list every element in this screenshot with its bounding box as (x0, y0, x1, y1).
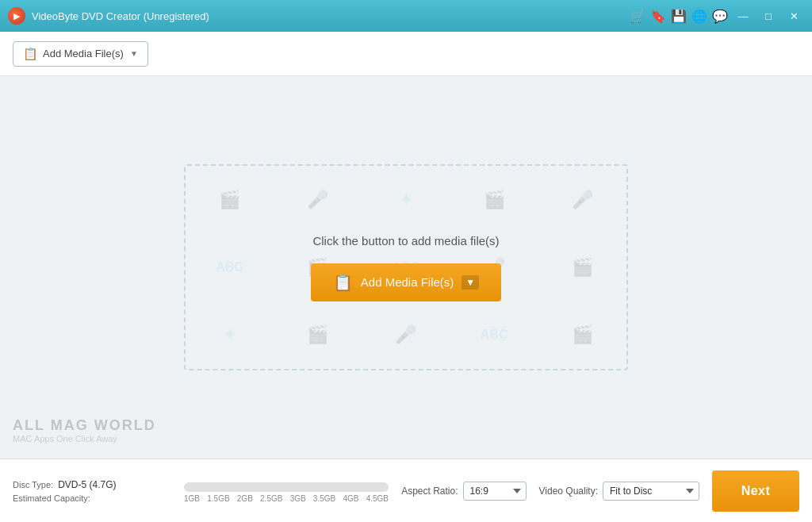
estimated-capacity-row: Estimated Capacity: (13, 493, 171, 503)
bg-icon-11: ✦ (186, 301, 274, 369)
add-media-toolbar-label: Add Media File(s) (43, 48, 124, 59)
chat-icon[interactable]: 💬 (712, 9, 728, 24)
dropdown-arrow-icon: ▼ (130, 49, 138, 58)
bg-icon-2: 🎤 (274, 166, 362, 233)
bg-icon-4: 🎬 (450, 166, 538, 233)
add-media-toolbar-button[interactable]: 📋 Add Media File(s) ▼ (13, 41, 148, 67)
video-quality-label: Video Quality: (539, 486, 599, 497)
bg-icon-14: ABC (450, 301, 538, 369)
capacity-section: 1GB 1.5GB 2GB 2.5GB 3GB 3.5GB 4GB 4.5GB (171, 479, 401, 503)
toolbar: 📋 Add Media File(s) ▼ (0, 32, 812, 76)
add-file-icon: 📋 (23, 47, 38, 61)
bg-icon-1: 🎬 (186, 166, 274, 233)
capacity-label-1gb: 1GB (184, 494, 200, 503)
add-media-center-button[interactable]: 📋 Add Media File(s) ▼ (311, 263, 501, 301)
aspect-ratio-label: Aspect Ratio: (401, 486, 458, 497)
capacity-bar-container (184, 482, 389, 492)
aspect-ratio-select[interactable]: 16:9 4:3 (463, 482, 527, 501)
bg-icon-3: ✦ (362, 166, 450, 233)
capacity-label-1-5gb: 1.5GB (207, 494, 229, 503)
minimize-button[interactable]: — (733, 6, 753, 26)
aspect-ratio-group: Aspect Ratio: 16:9 4:3 (401, 482, 526, 501)
capacity-label-4-5gb: 4.5GB (366, 494, 389, 503)
title-bar: ▶ VideoByte DVD Creator (Unregistered) 🛒… (0, 0, 812, 32)
bg-icon-13: 🎤 (362, 301, 450, 369)
drop-message: Click the button to add media file(s) (312, 234, 499, 248)
disc-type-label: Disc Type: (13, 480, 53, 489)
close-button[interactable]: ✕ (783, 6, 804, 26)
next-button[interactable]: Next (712, 470, 799, 512)
app-logo: ▶ (8, 7, 25, 25)
center-btn-dropdown-icon: ▼ (462, 275, 479, 290)
capacity-label-3gb: 3GB (290, 494, 306, 503)
estimated-capacity-label: Estimated Capacity: (13, 493, 90, 503)
bg-icon-5: 🎤 (538, 166, 626, 233)
cart-icon[interactable]: 🛒 (630, 9, 645, 24)
bg-icon-10: 🎬 (538, 233, 626, 301)
disc-info: Disc Type: DVD-5 (4.7G) Estimated Capaci… (13, 479, 171, 503)
capacity-label-2gb: 2GB (237, 494, 253, 503)
disc-type-value: DVD-5 (4.7G) (58, 479, 116, 490)
add-media-center-label: Add Media File(s) (361, 275, 454, 289)
capacity-label-3-5gb: 3.5GB (313, 494, 335, 503)
capacity-label-4gb: 4GB (343, 494, 358, 503)
maximize-button[interactable]: □ (758, 6, 779, 26)
main-content: 🎬 🎤 ✦ 🎬 🎤 ABC 🎬 ABC 🎤 🎬 ✦ 🎬 🎤 ABC 🎬 Clic… (0, 76, 812, 459)
video-quality-select[interactable]: Fit to Disc High Quality Standard Qualit… (603, 482, 699, 501)
bg-icon-6: ABC (186, 233, 274, 301)
bottom-bar: Disc Type: DVD-5 (4.7G) Estimated Capaci… (0, 459, 812, 522)
web-icon[interactable]: 🌐 (691, 9, 707, 24)
drop-zone: 🎬 🎤 ✦ 🎬 🎤 ABC 🎬 ABC 🎤 🎬 ✦ 🎬 🎤 ABC 🎬 Clic… (184, 164, 628, 370)
app-title: VideoByte DVD Creator (Unregistered) (32, 10, 209, 22)
bg-icon-15: 🎬 (538, 301, 626, 369)
video-quality-group: Video Quality: Fit to Disc High Quality … (539, 482, 700, 501)
capacity-labels: 1GB 1.5GB 2GB 2.5GB 3GB 3.5GB 4GB 4.5GB (184, 494, 389, 503)
settings-section: Aspect Ratio: 16:9 4:3 Video Quality: Fi… (401, 482, 699, 501)
add-media-center-icon: 📋 (333, 273, 353, 292)
capacity-label-2-5gb: 2.5GB (260, 494, 282, 503)
title-bar-left: ▶ VideoByte DVD Creator (Unregistered) (8, 7, 209, 25)
bg-icon-12: 🎬 (274, 301, 362, 369)
title-bar-controls: 🛒 🔖 💾 🌐 💬 — □ ✕ (630, 6, 804, 26)
disc-type-row: Disc Type: DVD-5 (4.7G) (13, 479, 171, 490)
save-icon[interactable]: 💾 (671, 9, 687, 24)
bookmark-icon[interactable]: 🔖 (650, 9, 666, 24)
